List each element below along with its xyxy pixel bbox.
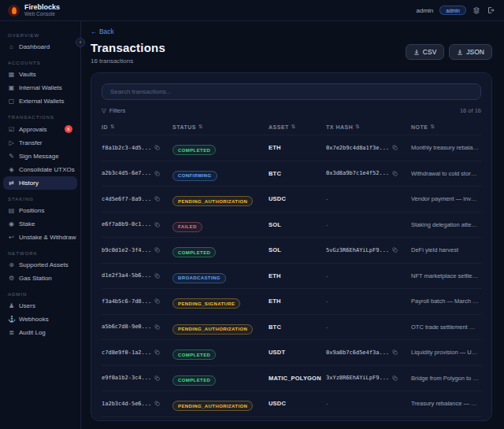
copy-icon[interactable]: [154, 375, 160, 381]
status-badge: BROADCASTING: [172, 273, 226, 283]
copy-icon[interactable]: [392, 145, 398, 150]
status-badge: COMPLETED: [172, 349, 216, 360]
back-link[interactable]: ← Back: [91, 28, 114, 35]
copy-icon[interactable]: [154, 196, 160, 202]
table-row[interactable]: e9f0a1b2-3c4...COMPLETEDMATIC_POLYGON3xY…: [102, 365, 481, 391]
approvals-icon: ☑: [8, 126, 15, 133]
cell-tx-hash: -: [326, 324, 411, 331]
table-row[interactable]: a2b3c4d5-6e7...CONFIRMINGBTC0x3d8a9b7c1e…: [102, 161, 481, 187]
copy-icon[interactable]: [154, 171, 160, 176]
stack-icon[interactable]: [472, 6, 480, 14]
sidebar-item-external-wallets[interactable]: ▢External Wallets: [0, 94, 80, 108]
sidebar-item-label: Supported Assets: [19, 261, 69, 268]
table-row[interactable]: c7d8e9f0-1a2...COMPLETEDUSDT0x9a8b7c6d5e…: [102, 339, 481, 365]
result-count: 16 of 16: [460, 107, 481, 114]
sidebar-item-internal-wallets[interactable]: ▣Internal Wallets: [0, 81, 80, 94]
sidebar-item-webhooks[interactable]: ⚓Webhooks: [0, 313, 80, 326]
column-header-id[interactable]: ID⇅: [102, 124, 172, 130]
table-row[interactable]: f3a4b5c6-7d8...PENDING_SIGNATUREETH-Payr…: [102, 288, 481, 314]
copy-icon[interactable]: [154, 349, 160, 355]
sidebar-collapse-button[interactable]: ‹: [76, 38, 85, 47]
sidebar-item-history[interactable]: ⇄History: [3, 176, 77, 190]
sidebar-item-sign-message[interactable]: ✎Sign Message: [0, 150, 80, 163]
transaction-count: 16 transactions: [91, 57, 165, 65]
copy-icon[interactable]: [392, 349, 398, 355]
copy-icon[interactable]: [154, 298, 160, 304]
sidebar-item-users[interactable]: ♟Users: [0, 299, 80, 313]
sign-message-icon: ✎: [8, 153, 15, 160]
sidebar-item-label: Dashboard: [19, 43, 50, 50]
cell-note: Staking delegation attempt: [411, 221, 481, 228]
status-badge: PENDING_AUTHORIZATION: [172, 324, 253, 335]
sidebar-item-approvals[interactable]: ☑Approvals6: [0, 122, 80, 136]
table-row[interactable]: e6f7a8b9-0c1...FAILEDSOL-Staking delegat…: [102, 212, 481, 238]
sidebar-item-stake[interactable]: ◉Stake: [0, 217, 80, 231]
filters-button[interactable]: ▽ Filters: [102, 107, 125, 114]
cell-asset: BTC: [269, 324, 326, 331]
fireblocks-logo-icon: [8, 5, 20, 17]
transaction-id: e6f7a8b9-0c1...: [102, 221, 151, 227]
transaction-id: b9c0d1e2-3f4...: [102, 247, 151, 253]
sidebar-item-label: Sign Message: [19, 153, 59, 160]
cell-status: PENDING_SIGNATURE: [172, 294, 269, 309]
sort-icon: ⇅: [291, 124, 296, 130]
search-input[interactable]: [102, 83, 481, 100]
column-header-tx-hash[interactable]: TX HASH⇅: [326, 124, 411, 130]
export-json-button[interactable]: JSON: [449, 44, 492, 60]
sidebar-item-label: History: [19, 179, 39, 187]
copy-icon[interactable]: [392, 171, 398, 176]
table-row[interactable]: f8a1b2c3-4d5...COMPLETEDETH0x7e2b9c4d8a1…: [102, 135, 481, 161]
users-icon: ♟: [8, 302, 15, 309]
column-header-note[interactable]: NOTE⇅: [411, 124, 481, 130]
transaction-id: a5b6c7d8-9e0...: [102, 324, 151, 330]
tx-hash: 0x3d8a9b7c1e4f52...: [326, 170, 389, 176]
sidebar-item-transfer[interactable]: ▷Transfer: [0, 136, 80, 150]
cell-tx-hash: 0x9a8b7c6d5e4f3a...: [326, 349, 411, 356]
table-row[interactable]: b9c0d1e2-3f4...COMPLETEDSOL5vGz3R6EhAYiL…: [102, 237, 481, 263]
sidebar-item-positions[interactable]: ▤Positions: [0, 204, 80, 217]
copy-icon[interactable]: [154, 247, 160, 253]
column-header-label: STATUS: [172, 124, 196, 130]
brand-subtitle: Web Console: [24, 11, 60, 17]
column-header-label: ID: [102, 124, 108, 130]
table-row[interactable]: 1a2b3c4d-5e6...PENDING_AUTHORIZATIONUSDC…: [102, 390, 481, 416]
sidebar-item-vaults[interactable]: ▦Vaults: [0, 68, 80, 81]
column-header-status[interactable]: STATUS⇅: [172, 124, 269, 130]
copy-icon[interactable]: [154, 273, 160, 279]
table-row[interactable]: a5b6c7d8-9e0...PENDING_AUTHORIZATIONBTC-…: [102, 314, 481, 340]
cell-tx-hash: 0x7e2b9c4d8a1f3e...: [326, 145, 411, 151]
brand-name: Fireblocks: [24, 3, 60, 11]
cell-tx-hash: -: [326, 298, 411, 305]
tx-hash-empty: -: [326, 272, 328, 279]
sidebar-item-gas-station[interactable]: ⚙Gas Station: [0, 272, 80, 285]
audit-log-icon: ≣: [8, 329, 15, 336]
table-row[interactable]: d1e2f3a4-5b6...BROADCASTINGETH-NFT marke…: [102, 263, 481, 289]
sidebar-item-supported-assets[interactable]: ⊕Supported Assets: [0, 258, 80, 272]
transaction-id: e9f0a1b2-3c4...: [102, 375, 151, 381]
copy-icon[interactable]: [392, 375, 398, 381]
copy-icon[interactable]: [154, 145, 160, 150]
sidebar-item-unstake-withdraw[interactable]: ↩Unstake & Withdraw: [0, 231, 80, 244]
export-csv-button[interactable]: CSV: [406, 44, 444, 60]
cell-asset: USDC: [269, 195, 326, 202]
cell-tx-hash: -: [326, 272, 411, 279]
transaction-id: 1a2b3c4d-5e6...: [102, 401, 151, 407]
table-row[interactable]: c4d5e6f7-8a9...PENDING_AUTHORIZATIONUSDC…: [102, 186, 481, 212]
external-wallet-icon: ▢: [8, 98, 15, 105]
cell-asset: BTC: [269, 170, 326, 177]
logout-icon[interactable]: [487, 6, 495, 14]
column-header-asset[interactable]: ASSET⇅: [269, 124, 326, 130]
cell-note: Liquidity provision — Uniswap V3: [411, 349, 481, 356]
copy-icon[interactable]: [154, 222, 160, 227]
copy-icon[interactable]: [154, 324, 160, 330]
sidebar-item-dashboard[interactable]: ⌂Dashboard: [0, 40, 80, 54]
sidebar-item-consolidate-utxos[interactable]: ◈Consolidate UTXOs: [0, 163, 80, 176]
tx-hash-empty: -: [326, 195, 328, 202]
sidebar-item-audit-log[interactable]: ≣Audit Log: [0, 326, 80, 339]
filter-icon: ▽: [102, 107, 106, 114]
copy-icon[interactable]: [392, 247, 398, 253]
sidebar-section-label: NETWORK: [8, 251, 72, 256]
cell-asset: SOL: [269, 246, 326, 253]
table-row[interactable]: 3c4d5e6f-7a8...COMPLETEDLINK0x1e4b7a9c2d…: [102, 416, 481, 422]
copy-icon[interactable]: [154, 401, 160, 406]
